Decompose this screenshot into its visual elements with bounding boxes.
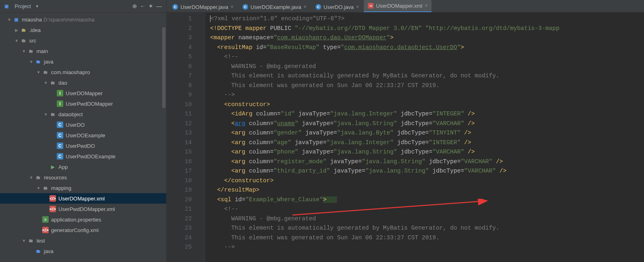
tree-node[interactable]: IUserPwdDOMapper xyxy=(0,98,166,109)
editor-tab[interactable]: CUserDO.java× xyxy=(311,2,363,12)
editor-tab[interactable]: </UserDOMapper.xml× xyxy=(364,0,431,12)
code-line[interactable]: --> xyxy=(210,90,644,100)
expand-arrow-icon[interactable]: ▼ xyxy=(22,239,26,243)
code-line[interactable]: <arg column="age" javaType="java.lang.In… xyxy=(210,138,644,148)
expand-arrow-icon[interactable]: ▶ xyxy=(15,28,19,32)
tree-node[interactable]: IUserDOMapper xyxy=(0,88,166,98)
tree-node[interactable]: </>UserDOMapper.xml xyxy=(0,193,166,204)
code-line[interactable]: </constructor> xyxy=(210,176,644,186)
code-content[interactable]: <?xml version="1.0" encoding="UTF-8"?><!… xyxy=(205,13,644,262)
project-tree[interactable]: ▼▣miaoshaD:\space\me\miaosha▶🖿.idea▼🖿src… xyxy=(0,13,166,262)
code-line[interactable]: This element is automatically generated … xyxy=(210,71,644,81)
tree-node[interactable]: 🖿java xyxy=(0,246,166,256)
tree-node[interactable]: ▼🖿dataobject xyxy=(0,109,166,119)
tree-node-label: UserDOMapper.xml xyxy=(58,196,105,202)
tree-node[interactable]: </>generatorConfig.xml xyxy=(0,225,166,235)
code-line[interactable]: <arg column="gender" javaType="java.lang… xyxy=(210,128,644,138)
code-line[interactable]: This element was generated on Sun Jan 06… xyxy=(210,233,644,243)
close-tab-icon[interactable]: × xyxy=(231,4,234,10)
expand-arrow-icon[interactable]: ▼ xyxy=(29,175,33,179)
j-icon: I xyxy=(57,90,63,96)
tree-node[interactable]: ▼🖿dao xyxy=(0,77,166,88)
editor-area: CUserDOMapper.java×CUserDOExample.java×C… xyxy=(167,0,644,262)
code-line[interactable]: This element is automatically generated … xyxy=(210,224,644,233)
tree-node[interactable]: CUserDO xyxy=(0,119,166,130)
folder-icon: 🖿 xyxy=(20,37,27,44)
tree-node[interactable]: CUserPwdDOExample xyxy=(0,151,166,162)
tree-scrollbar[interactable] xyxy=(162,27,165,108)
pkg-icon: 🖿 xyxy=(42,185,49,191)
code-line[interactable]: <arg column="third_party_id" javaType="j… xyxy=(210,166,644,176)
tree-node-label: UserDO xyxy=(66,122,85,128)
editor-tab[interactable]: CUserDOExample.java× xyxy=(238,2,311,12)
expand-arrow-icon[interactable]: ▼ xyxy=(7,17,11,21)
fold-gutter[interactable] xyxy=(199,13,205,262)
folderx-icon: 🖿 xyxy=(20,27,27,33)
code-line[interactable]: This element was generated on Sun Jan 06… xyxy=(210,81,644,91)
expand-arrow-icon xyxy=(44,196,48,200)
code-line[interactable]: --> xyxy=(210,243,644,252)
line-number: 3 xyxy=(167,33,192,43)
code-line[interactable]: WARNING - @mbg.generated xyxy=(210,214,644,224)
tree-node[interactable]: ▼▣miaoshaD:\space\me\miaosha xyxy=(0,14,166,25)
tree-node[interactable]: ▼🖿resources xyxy=(0,172,166,183)
tree-node-label: test xyxy=(36,238,45,244)
code-line[interactable]: <!DOCTYPE mapper PUBLIC "-//mybatis.org/… xyxy=(210,24,644,34)
dropdown-icon[interactable]: ▼ xyxy=(35,4,39,9)
collapse-all-button[interactable]: ← xyxy=(139,2,147,10)
code-line[interactable]: <idArg column="id" javaType="java.lang.I… xyxy=(210,109,644,119)
line-number: 21 xyxy=(167,204,192,214)
scroll-to-source-button[interactable]: ⊕ xyxy=(131,2,139,10)
line-number: 17 xyxy=(167,166,192,176)
expand-arrow-icon xyxy=(36,217,41,222)
tree-node[interactable]: ▼🖿main xyxy=(0,46,166,56)
tree-node[interactable]: CUserPwdDO xyxy=(0,141,166,151)
code-line[interactable]: <!-- xyxy=(210,204,644,214)
close-tab-icon[interactable]: × xyxy=(425,3,427,9)
tab-label: UserDOMapper.java xyxy=(180,4,228,10)
expand-arrow-icon[interactable]: ▼ xyxy=(15,38,19,43)
code-editor[interactable]: 1234567891011121314151617181920212223242… xyxy=(167,13,644,262)
close-tab-icon[interactable]: × xyxy=(356,4,359,10)
expand-arrow-icon[interactable]: ▼ xyxy=(44,112,48,116)
code-line[interactable]: <arg column="phone" javaType="java.lang.… xyxy=(210,147,644,157)
project-panel: ▣ Project ▼ ⊕ ← ✶ — ▼▣miaoshaD:\space\me… xyxy=(0,0,167,262)
tree-node[interactable]: ▶🖿.idea xyxy=(0,25,166,35)
expand-arrow-icon[interactable]: ▼ xyxy=(36,70,41,74)
expand-arrow-icon[interactable]: ▼ xyxy=(36,186,41,190)
tree-node-label: UserPwdDO xyxy=(66,143,95,149)
tree-node[interactable]: </>UserPwdDOMapper.xml xyxy=(0,204,166,214)
code-line[interactable]: <mapper namespace="com.miaoshapro.dao.Us… xyxy=(210,33,644,43)
tree-node-label: resources xyxy=(44,175,67,181)
settings-gear-icon[interactable]: ✶ xyxy=(147,2,155,10)
tree-node[interactable]: ▼🖿com.miaoshapro xyxy=(0,67,166,77)
code-line[interactable]: <resultMap id="BaseResultMap" type="com.… xyxy=(210,43,644,53)
expand-arrow-icon[interactable]: ▼ xyxy=(22,49,26,53)
tree-node[interactable]: ≡application.properties xyxy=(0,214,166,225)
expand-arrow-icon[interactable]: ▼ xyxy=(29,60,33,64)
tree-node[interactable]: ▶App xyxy=(0,162,166,172)
tree-node[interactable]: ▼🖿java xyxy=(0,56,166,67)
code-line[interactable]: <!-- xyxy=(210,52,644,62)
expand-arrow-icon xyxy=(51,91,55,95)
code-line[interactable]: <?xml version="1.0" encoding="UTF-8"?> xyxy=(210,14,644,24)
code-line[interactable]: </resultMap> xyxy=(210,185,644,195)
expand-arrow-icon xyxy=(51,144,55,148)
code-line[interactable]: <arg column="uname" javaType="java.lang.… xyxy=(210,119,644,129)
code-line[interactable]: <constructor> xyxy=(210,100,644,110)
editor-tab[interactable]: CUserDOMapper.java× xyxy=(168,2,238,12)
tree-node[interactable]: ▼🖿test xyxy=(0,235,166,246)
expand-arrow-icon[interactable]: ▼ xyxy=(44,81,48,85)
line-number: 7 xyxy=(167,71,192,81)
close-tab-icon[interactable]: × xyxy=(304,4,307,10)
tree-node[interactable]: ▼🖿mapping xyxy=(0,183,166,193)
code-line[interactable]: <arg column="register_mode" javaType="ja… xyxy=(210,157,644,167)
minimize-panel-button[interactable]: — xyxy=(155,2,163,10)
code-line[interactable]: <sql id="Example_Where_Clause"> xyxy=(210,195,644,205)
tree-node[interactable]: CUserDOExample xyxy=(0,130,166,141)
code-line[interactable]: WARNING - @mbg.generated xyxy=(210,62,644,72)
line-number: 12 xyxy=(167,119,192,129)
tree-node[interactable]: ▼🖿src xyxy=(0,35,166,46)
line-number: 4 xyxy=(167,43,192,53)
editor-tabs: CUserDOMapper.java×CUserDOExample.java×C… xyxy=(167,0,644,13)
